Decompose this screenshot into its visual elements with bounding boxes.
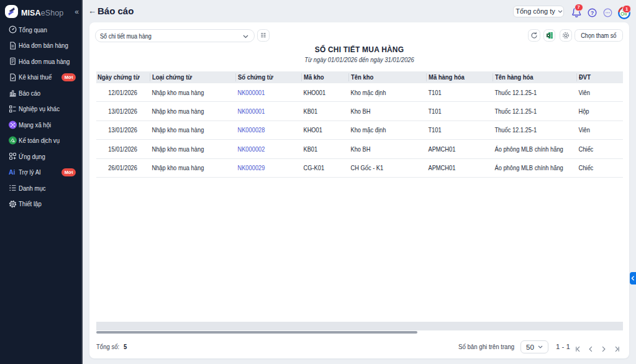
svg-text:Ai: Ai <box>9 169 16 176</box>
svg-text:?: ? <box>591 10 594 16</box>
